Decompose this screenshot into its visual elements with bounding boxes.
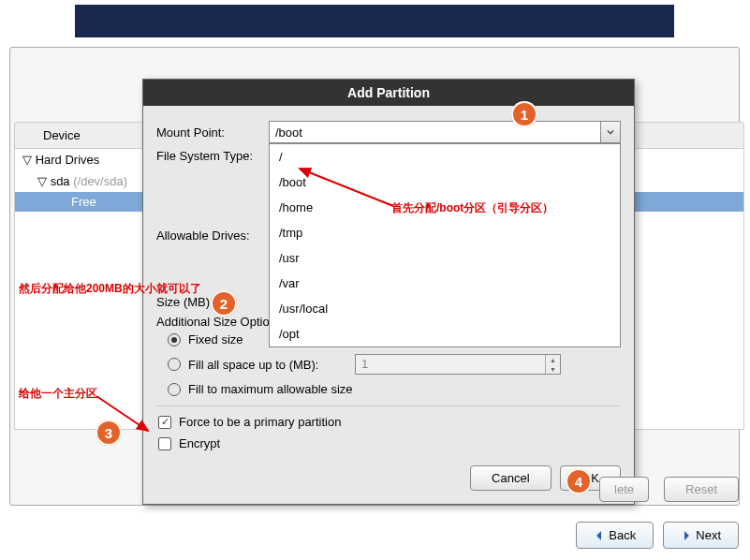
arrow-right-icon [681, 530, 692, 541]
fs-type-label: File System Type: [156, 149, 269, 163]
dd-item-usr[interactable]: /usr [270, 245, 620, 271]
annotation-3: 给他一个主分区 [19, 386, 97, 402]
checkbox-icon [158, 437, 171, 450]
radio-icon [168, 358, 181, 371]
dd-item-tmp[interactable]: /tmp [270, 220, 620, 245]
dd-item-opt[interactable]: /opt [270, 321, 620, 346]
callout-3: 3 [96, 420, 122, 446]
dd-item-root[interactable]: / [270, 144, 620, 169]
mount-point-label: Mount Point: [156, 125, 269, 140]
nav-buttons: Back Next [576, 522, 739, 549]
dd-item-boot[interactable]: /boot [270, 169, 620, 195]
dialog-title: Add Partition [143, 80, 634, 106]
annotation-2: 然后分配给他200MB的大小就可以了 [19, 281, 201, 297]
check-force-primary[interactable]: Force to be a primary partition [156, 411, 621, 433]
back-button[interactable]: Back [576, 522, 654, 549]
radio-icon [168, 333, 181, 346]
callout-1: 1 [511, 101, 537, 127]
reset-button[interactable]: Reset [664, 477, 739, 502]
chevron-down-icon [607, 128, 614, 136]
expand-icon[interactable]: ▽ [37, 174, 47, 188]
spin-up-icon: ▲ [546, 355, 560, 364]
mount-point-dropdown: / /boot /home /tmp /usr /var /usr/local … [269, 143, 621, 347]
fill-up-spin: 1 ▲ ▼ [355, 354, 561, 375]
dd-item-usrlocal[interactable]: /usr/local [270, 296, 620, 321]
bottom-buttons: lete Reset [594, 477, 739, 502]
check-encrypt[interactable]: Encrypt [156, 433, 621, 454]
mount-point-input[interactable] [269, 121, 621, 143]
checkbox-icon [158, 416, 171, 429]
annotation-1: 首先分配/boot分区（引导分区） [391, 200, 553, 216]
callout-4: 4 [566, 468, 592, 494]
arrow-left-icon [594, 530, 605, 541]
radio-fill-max[interactable]: Fill to maximum allowable size [156, 378, 621, 400]
cancel-button[interactable]: Cancel [470, 465, 551, 491]
spin-down-icon: ▼ [546, 364, 560, 374]
next-button[interactable]: Next [663, 522, 739, 549]
callout-2: 2 [211, 290, 237, 317]
delete-button-partial[interactable]: lete [599, 477, 649, 502]
radio-icon [168, 383, 181, 396]
allowable-drives-label: Allowable Drives: [156, 228, 269, 243]
mount-point-dropdown-button[interactable] [600, 121, 621, 143]
dd-item-var[interactable]: /var [270, 271, 620, 296]
col-device: Device [15, 123, 109, 148]
spin-buttons: ▲ ▼ [545, 355, 560, 374]
expand-icon[interactable]: ▽ [22, 153, 32, 167]
top-banner [75, 5, 674, 37]
radio-fill-up-to[interactable]: Fill all space up to (MB): 1 ▲ ▼ [156, 350, 621, 378]
mount-point-combo[interactable]: / /boot /home /tmp /usr /var /usr/local … [269, 121, 621, 143]
